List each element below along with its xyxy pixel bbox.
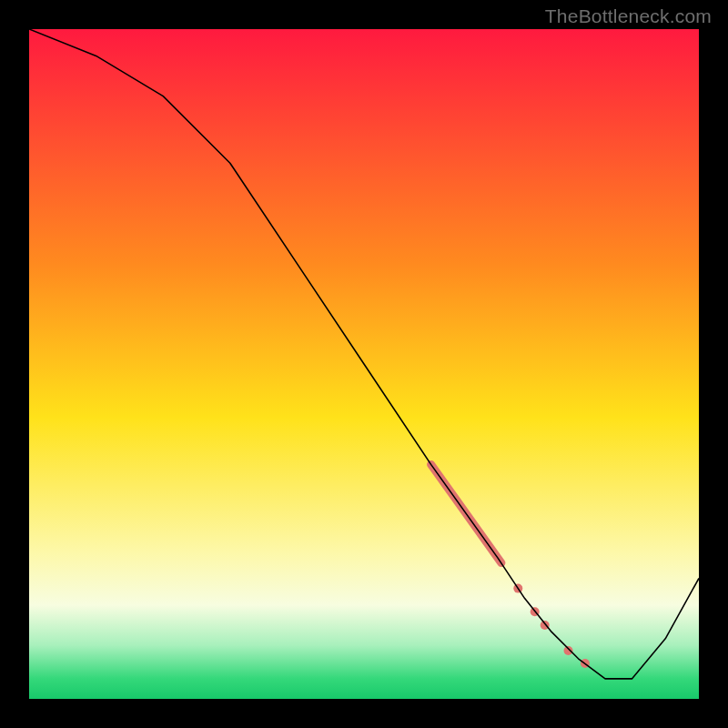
plot-frame	[29, 29, 699, 699]
watermark-label: TheBottleneck.com	[545, 5, 712, 27]
svg-point-3	[564, 646, 573, 655]
chart-svg	[29, 29, 699, 699]
